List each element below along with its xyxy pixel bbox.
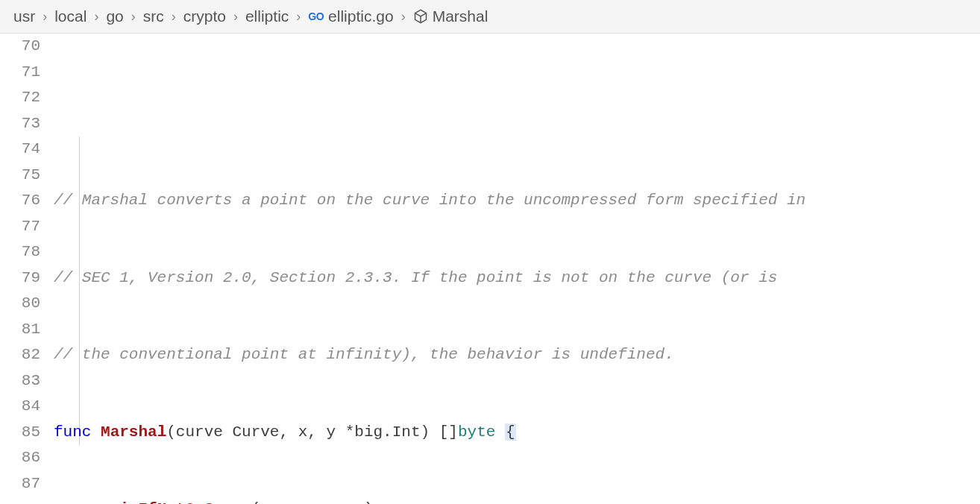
code-line[interactable]: // SEC 1, Version 2.0, Section 2.3.3. If… bbox=[54, 265, 980, 292]
code-line[interactable]: // the conventional point at infinity), … bbox=[54, 342, 980, 368]
function-icon bbox=[413, 9, 428, 24]
code-line[interactable]: func Marshal(curve Curve, x, y *big.Int)… bbox=[54, 420, 980, 446]
line-number: 87 bbox=[0, 471, 40, 497]
brace: { bbox=[505, 423, 516, 441]
chevron-right-icon: › bbox=[232, 9, 239, 25]
breadcrumb-item[interactable]: local bbox=[54, 7, 87, 25]
line-number: 72 bbox=[0, 85, 40, 111]
code-line[interactable]: // Marshal converts a point on the curve… bbox=[54, 188, 980, 214]
code-line[interactable]: panicIfNotOnCurve(curve, x, y) bbox=[54, 497, 980, 504]
line-number: 78 bbox=[0, 239, 40, 265]
breadcrumb-symbol[interactable]: Marshal bbox=[413, 7, 489, 25]
chevron-right-icon: › bbox=[41, 9, 48, 25]
line-number-gutter: 70 71 72 73 74 75 76 77 78 79 80 81 82 8… bbox=[0, 34, 54, 504]
line-number: 77 bbox=[0, 214, 40, 240]
breadcrumb: usr › local › go › src › crypto › ellipt… bbox=[0, 0, 980, 34]
line-number: 86 bbox=[0, 445, 40, 471]
breadcrumb-item[interactable]: elliptic bbox=[245, 7, 289, 25]
line-number: 73 bbox=[0, 111, 40, 137]
line-number: 75 bbox=[0, 163, 40, 189]
comment-text: // SEC 1, Version 2.0, Section 2.3.3. If… bbox=[54, 269, 777, 286]
breadcrumb-item-label: Marshal bbox=[433, 7, 489, 25]
breadcrumb-item[interactable]: crypto bbox=[183, 7, 226, 25]
chevron-right-icon: › bbox=[92, 9, 100, 25]
chevron-right-icon: › bbox=[170, 9, 178, 25]
chevron-right-icon: › bbox=[400, 9, 407, 25]
breadcrumb-item-label: elliptic.go bbox=[328, 7, 394, 25]
code-token: (curve, x, y) bbox=[251, 500, 374, 504]
code-content[interactable]: // Marshal converts a point on the curve… bbox=[54, 34, 980, 504]
code-line[interactable] bbox=[54, 111, 980, 137]
line-number: 71 bbox=[0, 60, 40, 86]
keyword: func bbox=[54, 423, 91, 441]
chevron-right-icon: › bbox=[295, 9, 302, 25]
line-number: 83 bbox=[0, 368, 40, 394]
code-token: (curve Curve, x, y *big.Int) [] bbox=[166, 423, 458, 441]
code-editor[interactable]: 70 71 72 73 74 75 76 77 78 79 80 81 82 8… bbox=[0, 34, 980, 504]
line-number: 84 bbox=[0, 394, 40, 420]
chevron-right-icon: › bbox=[130, 9, 137, 25]
line-number: 79 bbox=[0, 265, 40, 292]
breadcrumb-item[interactable]: go bbox=[106, 7, 123, 25]
go-file-icon: GO bbox=[308, 10, 324, 22]
call: panicIfNotOnCurve bbox=[91, 500, 251, 504]
function-name: Marshal bbox=[101, 423, 166, 441]
breadcrumb-item[interactable]: src bbox=[143, 7, 164, 25]
line-number: 74 bbox=[0, 136, 40, 163]
comment-text: // Marshal converts a point on the curve… bbox=[54, 192, 805, 209]
line-number: 76 bbox=[0, 188, 40, 214]
comment-text: // the conventional point at infinity), … bbox=[54, 346, 674, 363]
line-number: 81 bbox=[0, 317, 40, 343]
type: byte bbox=[458, 423, 495, 441]
breadcrumb-file[interactable]: GO elliptic.go bbox=[308, 7, 393, 25]
line-number: 70 bbox=[0, 34, 40, 60]
breadcrumb-item[interactable]: usr bbox=[13, 7, 35, 25]
line-number: 80 bbox=[0, 291, 40, 317]
line-number: 85 bbox=[0, 420, 40, 446]
line-number: 82 bbox=[0, 342, 40, 368]
indent-guide bbox=[79, 136, 80, 445]
